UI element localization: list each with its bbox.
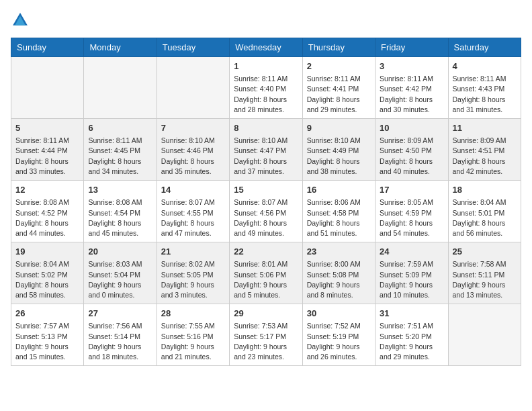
day-info: Sunrise: 8:10 AM Sunset: 4:49 PM Dayligh…	[307, 136, 371, 177]
day-info: Sunrise: 7:59 AM Sunset: 5:09 PM Dayligh…	[380, 259, 443, 300]
day-info: Sunrise: 8:09 AM Sunset: 4:50 PM Dayligh…	[380, 136, 443, 177]
day-info: Sunrise: 8:05 AM Sunset: 4:59 PM Dayligh…	[380, 197, 443, 238]
calendar-week-row: 5Sunrise: 8:11 AM Sunset: 4:44 PM Daylig…	[11, 119, 521, 181]
calendar-day-cell: 23Sunrise: 8:00 AM Sunset: 5:08 PM Dayli…	[302, 242, 375, 304]
day-info: Sunrise: 8:11 AM Sunset: 4:44 PM Dayligh…	[15, 136, 79, 177]
calendar-day-cell: 21Sunrise: 8:02 AM Sunset: 5:05 PM Dayli…	[157, 242, 229, 304]
calendar-day-cell: 28Sunrise: 7:55 AM Sunset: 5:16 PM Dayli…	[157, 304, 229, 366]
calendar-week-row: 19Sunrise: 8:04 AM Sunset: 5:02 PM Dayli…	[11, 242, 521, 304]
day-info: Sunrise: 8:04 AM Sunset: 5:01 PM Dayligh…	[453, 197, 517, 238]
day-info: Sunrise: 7:53 AM Sunset: 5:17 PM Dayligh…	[234, 321, 298, 362]
calendar-day-cell: 5Sunrise: 8:11 AM Sunset: 4:44 PM Daylig…	[11, 119, 84, 181]
day-number: 1	[234, 60, 298, 73]
calendar-day-cell: 4Sunrise: 8:11 AM Sunset: 4:43 PM Daylig…	[448, 57, 521, 119]
day-info: Sunrise: 7:56 AM Sunset: 5:14 PM Dayligh…	[88, 321, 152, 362]
day-info: Sunrise: 8:10 AM Sunset: 4:47 PM Dayligh…	[234, 136, 298, 177]
day-number: 20	[88, 246, 152, 258]
calendar-day-cell	[157, 57, 229, 119]
day-info: Sunrise: 8:06 AM Sunset: 4:58 PM Dayligh…	[307, 197, 371, 238]
day-number: 17	[380, 184, 443, 196]
day-number: 23	[307, 246, 371, 258]
day-info: Sunrise: 8:09 AM Sunset: 4:51 PM Dayligh…	[453, 136, 517, 177]
calendar-day-cell: 27Sunrise: 7:56 AM Sunset: 5:14 PM Dayli…	[84, 304, 157, 366]
column-header-sunday: Sunday	[11, 38, 84, 57]
calendar-day-cell: 16Sunrise: 8:06 AM Sunset: 4:58 PM Dayli…	[302, 181, 375, 242]
day-info: Sunrise: 8:11 AM Sunset: 4:42 PM Dayligh…	[380, 74, 443, 115]
day-number: 31	[380, 308, 443, 320]
column-header-wednesday: Wednesday	[230, 38, 302, 57]
calendar-day-cell: 12Sunrise: 8:08 AM Sunset: 4:52 PM Dayli…	[11, 181, 84, 242]
day-number: 26	[15, 308, 79, 320]
calendar-day-cell: 6Sunrise: 8:11 AM Sunset: 4:45 PM Daylig…	[84, 119, 157, 181]
day-number: 25	[453, 246, 517, 258]
day-info: Sunrise: 8:07 AM Sunset: 4:56 PM Dayligh…	[234, 197, 298, 238]
day-info: Sunrise: 8:08 AM Sunset: 4:54 PM Dayligh…	[88, 197, 152, 238]
calendar-day-cell: 1Sunrise: 8:11 AM Sunset: 4:40 PM Daylig…	[230, 57, 302, 119]
calendar-day-cell: 14Sunrise: 8:07 AM Sunset: 4:55 PM Dayli…	[157, 181, 229, 242]
logo-icon	[11, 11, 30, 30]
calendar-week-row: 1Sunrise: 8:11 AM Sunset: 4:40 PM Daylig…	[11, 57, 521, 119]
day-number: 6	[88, 122, 152, 134]
calendar-day-cell: 20Sunrise: 8:03 AM Sunset: 5:04 PM Dayli…	[84, 242, 157, 304]
day-info: Sunrise: 7:58 AM Sunset: 5:11 PM Dayligh…	[453, 259, 517, 300]
page-header	[11, 11, 521, 30]
calendar-day-cell: 29Sunrise: 7:53 AM Sunset: 5:17 PM Dayli…	[230, 304, 302, 366]
day-info: Sunrise: 8:11 AM Sunset: 4:45 PM Dayligh…	[88, 136, 152, 177]
day-info: Sunrise: 8:03 AM Sunset: 5:04 PM Dayligh…	[88, 259, 152, 300]
day-number: 28	[161, 308, 225, 320]
calendar-week-row: 12Sunrise: 8:08 AM Sunset: 4:52 PM Dayli…	[11, 181, 521, 242]
day-number: 9	[307, 122, 371, 134]
calendar-day-cell: 17Sunrise: 8:05 AM Sunset: 4:59 PM Dayli…	[375, 181, 448, 242]
calendar-day-cell: 22Sunrise: 8:01 AM Sunset: 5:06 PM Dayli…	[230, 242, 302, 304]
day-number: 3	[380, 60, 443, 73]
calendar-day-cell: 3Sunrise: 8:11 AM Sunset: 4:42 PM Daylig…	[375, 57, 448, 119]
day-number: 21	[161, 246, 225, 258]
day-number: 2	[307, 60, 371, 73]
day-number: 10	[380, 122, 443, 134]
day-info: Sunrise: 7:51 AM Sunset: 5:20 PM Dayligh…	[380, 321, 443, 362]
day-number: 27	[88, 308, 152, 320]
calendar-week-row: 26Sunrise: 7:57 AM Sunset: 5:13 PM Dayli…	[11, 304, 521, 366]
column-header-tuesday: Tuesday	[157, 38, 229, 57]
day-info: Sunrise: 8:04 AM Sunset: 5:02 PM Dayligh…	[15, 259, 79, 300]
day-info: Sunrise: 8:00 AM Sunset: 5:08 PM Dayligh…	[307, 259, 371, 300]
day-number: 30	[307, 308, 371, 320]
logo	[11, 11, 32, 30]
calendar-day-cell: 26Sunrise: 7:57 AM Sunset: 5:13 PM Dayli…	[11, 304, 84, 366]
day-number: 22	[234, 246, 298, 258]
day-info: Sunrise: 8:07 AM Sunset: 4:55 PM Dayligh…	[161, 197, 225, 238]
calendar-day-cell: 7Sunrise: 8:10 AM Sunset: 4:46 PM Daylig…	[157, 119, 229, 181]
column-header-friday: Friday	[375, 38, 448, 57]
day-number: 29	[234, 308, 298, 320]
day-info: Sunrise: 7:52 AM Sunset: 5:19 PM Dayligh…	[307, 321, 371, 362]
day-info: Sunrise: 7:55 AM Sunset: 5:16 PM Dayligh…	[161, 321, 225, 362]
day-number: 14	[161, 184, 225, 196]
calendar-header-row: SundayMondayTuesdayWednesdayThursdayFrid…	[11, 38, 521, 57]
column-header-thursday: Thursday	[302, 38, 375, 57]
calendar-day-cell: 25Sunrise: 7:58 AM Sunset: 5:11 PM Dayli…	[448, 242, 521, 304]
calendar-day-cell: 24Sunrise: 7:59 AM Sunset: 5:09 PM Dayli…	[375, 242, 448, 304]
calendar-day-cell: 31Sunrise: 7:51 AM Sunset: 5:20 PM Dayli…	[375, 304, 448, 366]
calendar-day-cell	[448, 304, 521, 366]
calendar-day-cell: 18Sunrise: 8:04 AM Sunset: 5:01 PM Dayli…	[448, 181, 521, 242]
day-number: 16	[307, 184, 371, 196]
day-info: Sunrise: 8:11 AM Sunset: 4:43 PM Dayligh…	[453, 74, 517, 115]
day-number: 8	[234, 122, 298, 134]
day-number: 4	[453, 60, 517, 73]
column-header-saturday: Saturday	[448, 38, 521, 57]
calendar-day-cell: 30Sunrise: 7:52 AM Sunset: 5:19 PM Dayli…	[302, 304, 375, 366]
day-info: Sunrise: 8:10 AM Sunset: 4:46 PM Dayligh…	[161, 136, 225, 177]
calendar-table: SundayMondayTuesdayWednesdayThursdayFrid…	[11, 38, 521, 366]
calendar-day-cell: 19Sunrise: 8:04 AM Sunset: 5:02 PM Dayli…	[11, 242, 84, 304]
calendar-day-cell: 2Sunrise: 8:11 AM Sunset: 4:41 PM Daylig…	[302, 57, 375, 119]
day-number: 11	[453, 122, 517, 134]
calendar-day-cell: 8Sunrise: 8:10 AM Sunset: 4:47 PM Daylig…	[230, 119, 302, 181]
day-info: Sunrise: 8:11 AM Sunset: 4:40 PM Dayligh…	[234, 74, 298, 115]
day-number: 13	[88, 184, 152, 196]
day-info: Sunrise: 8:02 AM Sunset: 5:05 PM Dayligh…	[161, 259, 225, 300]
day-number: 18	[453, 184, 517, 196]
calendar-day-cell: 10Sunrise: 8:09 AM Sunset: 4:50 PM Dayli…	[375, 119, 448, 181]
calendar-day-cell: 13Sunrise: 8:08 AM Sunset: 4:54 PM Dayli…	[84, 181, 157, 242]
day-number: 5	[15, 122, 79, 134]
calendar-day-cell	[84, 57, 157, 119]
